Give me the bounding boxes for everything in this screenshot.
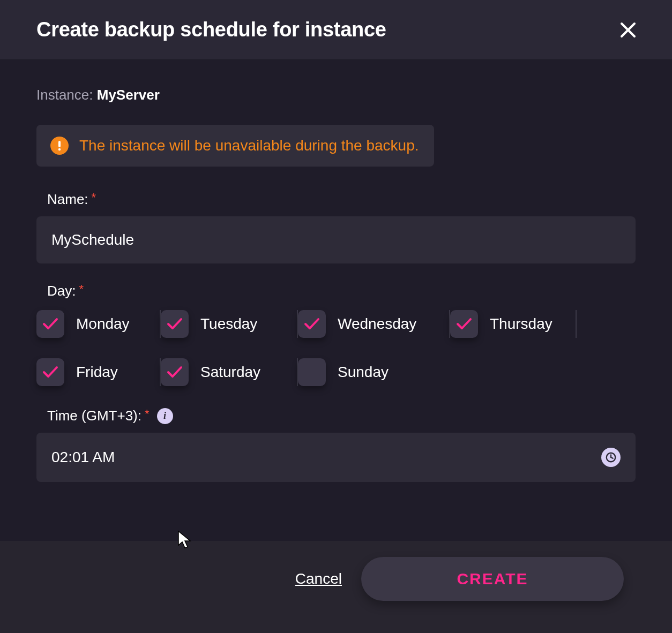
backup-schedule-modal: Create backup schedule for instance Inst… [0, 0, 672, 633]
time-field: Time (GMT+3): * i 02:01 AM [36, 408, 636, 482]
warning-alert: The instance will be unavailable during … [36, 125, 434, 167]
time-label: Time (GMT+3): [47, 408, 141, 424]
day-label-text: Thursday [490, 315, 552, 333]
modal-title: Create backup schedule for instance [36, 18, 386, 41]
day-sunday[interactable]: Sunday [298, 356, 450, 388]
checkbox-sunday[interactable] [298, 358, 326, 386]
day-label-text: Wednesday [338, 315, 416, 333]
name-label: Name: [47, 191, 88, 208]
checkbox-monday[interactable] [36, 310, 64, 338]
required-star: * [145, 407, 150, 421]
checkbox-friday[interactable] [36, 358, 64, 386]
time-label-row: Time (GMT+3): * i [47, 408, 636, 424]
check-icon [42, 365, 58, 379]
modal-header: Create backup schedule for instance [0, 0, 672, 60]
required-star: * [79, 282, 84, 296]
instance-name: MyServer [97, 87, 160, 103]
check-icon [42, 317, 58, 331]
warning-text: The instance will be unavailable during … [79, 137, 419, 154]
day-monday[interactable]: Monday [36, 308, 161, 340]
checkbox-thursday[interactable] [450, 310, 478, 338]
day-label-text: Sunday [338, 364, 389, 381]
svg-point-3 [58, 148, 61, 150]
day-friday[interactable]: Friday [36, 356, 161, 388]
day-label: Day: [47, 283, 76, 299]
time-input[interactable]: 02:01 AM [36, 433, 636, 482]
modal-body: Instance: MyServer The instance will be … [0, 60, 672, 541]
day-label-text: Monday [76, 315, 130, 333]
check-icon [456, 317, 472, 331]
info-icon[interactable]: i [157, 408, 173, 424]
clock-icon[interactable] [601, 448, 621, 467]
day-label-text: Saturday [200, 364, 260, 381]
close-button[interactable] [617, 19, 639, 41]
check-icon [304, 317, 320, 331]
check-icon [167, 365, 183, 379]
time-value: 02:01 AM [51, 449, 115, 466]
checkbox-wednesday[interactable] [298, 310, 326, 338]
name-field: Name: * [36, 191, 636, 263]
day-thursday[interactable]: Thursday [450, 308, 577, 340]
day-saturday[interactable]: Saturday [161, 356, 298, 388]
check-icon [167, 317, 183, 331]
modal-footer: Cancel CREATE [0, 541, 672, 633]
checkbox-tuesday[interactable] [161, 310, 189, 338]
day-label-row: Day: * [47, 283, 636, 299]
days-grid: Monday Tuesday Wednesday [36, 308, 636, 388]
day-field: Day: * Monday Tuesday [36, 283, 636, 388]
required-star: * [92, 191, 96, 205]
day-tuesday[interactable]: Tuesday [161, 308, 298, 340]
close-icon [619, 21, 637, 39]
create-button[interactable]: CREATE [361, 557, 624, 601]
instance-row: Instance: MyServer [36, 87, 636, 103]
day-wednesday[interactable]: Wednesday [298, 308, 450, 340]
name-input[interactable] [36, 216, 636, 263]
warning-icon [50, 137, 69, 155]
day-label-text: Tuesday [200, 315, 257, 333]
checkbox-saturday[interactable] [161, 358, 189, 386]
instance-label: Instance: [36, 87, 93, 103]
name-label-row: Name: * [47, 191, 636, 208]
cancel-button[interactable]: Cancel [295, 570, 342, 587]
day-label-text: Friday [76, 364, 118, 381]
svg-rect-2 [58, 141, 61, 147]
